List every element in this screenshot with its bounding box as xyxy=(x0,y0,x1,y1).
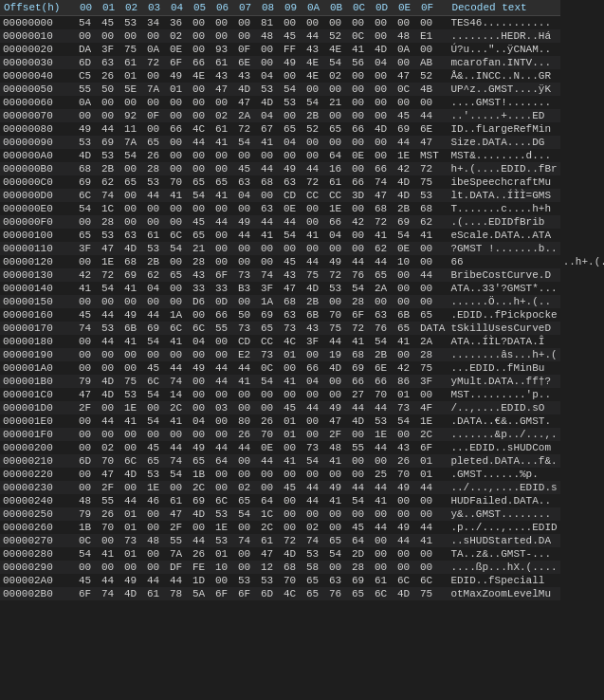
cell-hex[interactable]: 6B xyxy=(121,322,144,335)
cell-hex[interactable]: 58 xyxy=(303,561,326,574)
cell-hex[interactable]: 49 xyxy=(326,255,349,268)
cell-hex[interactable]: 1D xyxy=(190,574,212,587)
cell-hex[interactable]: 33 xyxy=(190,282,212,295)
cell-hex[interactable]: 26 xyxy=(190,547,212,561)
cell-hex[interactable]: 63 xyxy=(235,175,258,189)
cell-hex[interactable]: 6C xyxy=(212,494,235,507)
cell-hex[interactable]: 61 xyxy=(258,534,281,547)
cell-hex[interactable]: 53 xyxy=(281,96,303,109)
cell-hex[interactable]: 26 xyxy=(99,69,121,83)
cell-hex[interactable]: 44 xyxy=(99,414,121,428)
cell-hex[interactable]: 55 xyxy=(76,83,99,96)
cell-hex[interactable]: 69 xyxy=(349,574,372,587)
cell-hex[interactable]: 44 xyxy=(372,521,394,534)
cell-hex[interactable]: 74 xyxy=(258,268,281,282)
cell-hex[interactable]: 69 xyxy=(144,322,167,335)
cell-hex[interactable]: 00 xyxy=(235,16,258,30)
cell-hex[interactable]: 68 xyxy=(281,295,303,308)
cell-hex[interactable]: 00 xyxy=(235,468,258,481)
cell-hex[interactable]: 44 xyxy=(212,215,235,229)
cell-hex[interactable]: 6C xyxy=(76,189,99,202)
cell-hex[interactable]: 42 xyxy=(394,162,417,175)
cell-hex[interactable]: DF xyxy=(167,561,190,574)
cell-hex[interactable]: 72 xyxy=(99,268,121,282)
cell-hex[interactable]: 49 xyxy=(394,521,417,534)
cell-hex[interactable]: 44 xyxy=(303,162,326,175)
cell-hex[interactable]: 70 xyxy=(326,308,349,322)
cell-hex[interactable]: 00 xyxy=(190,43,212,56)
cell-hex[interactable]: 44 xyxy=(99,574,121,587)
cell-hex[interactable]: 00 xyxy=(349,16,372,30)
cell-hex[interactable]: 3F xyxy=(303,335,326,348)
cell-hex[interactable]: 44 xyxy=(258,162,281,175)
cell-hex[interactable]: 6D xyxy=(258,587,281,600)
cell-hex[interactable]: 00 xyxy=(372,534,394,547)
cell-hex[interactable]: 6E xyxy=(372,361,394,375)
cell-hex[interactable]: 02 xyxy=(326,69,349,83)
cell-hex[interactable]: 45 xyxy=(281,481,303,494)
cell-hex[interactable]: 01 xyxy=(417,468,448,481)
cell-hex[interactable]: 00 xyxy=(303,202,326,215)
cell-hex[interactable]: 70 xyxy=(99,521,121,534)
cell-hex[interactable]: 2B xyxy=(99,162,121,175)
cell-hex[interactable]: 7A xyxy=(167,547,190,561)
cell-hex[interactable]: 00 xyxy=(144,215,167,229)
cell-hex[interactable]: 41 xyxy=(167,189,190,202)
cell-hex[interactable]: 54 xyxy=(235,136,258,149)
cell-hex[interactable]: 54 xyxy=(76,16,99,30)
cell-hex[interactable]: 00 xyxy=(417,43,448,56)
cell-hex[interactable]: 53 xyxy=(144,468,167,481)
cell-hex[interactable]: 28 xyxy=(99,215,121,229)
cell-hex[interactable]: 00 xyxy=(349,468,372,481)
cell-hex[interactable]: 44 xyxy=(417,481,448,494)
cell-hex[interactable]: 00 xyxy=(190,348,212,361)
cell-hex[interactable]: 00 xyxy=(303,388,326,401)
cell-hex[interactable]: 45 xyxy=(190,215,212,229)
cell-hex[interactable]: 00 xyxy=(417,242,448,255)
cell-hex[interactable]: 00 xyxy=(235,295,258,308)
cell-hex[interactable]: 00 xyxy=(212,388,235,401)
cell-hex[interactable]: 10 xyxy=(212,561,235,574)
cell-hex[interactable]: 04 xyxy=(281,136,303,149)
cell-hex[interactable]: 68 xyxy=(417,202,448,215)
cell-hex[interactable]: 65 xyxy=(212,175,235,189)
cell-hex[interactable]: 00 xyxy=(349,242,372,255)
cell-hex[interactable]: 02 xyxy=(303,521,326,534)
cell-hex[interactable]: 45 xyxy=(76,574,99,587)
cell-hex[interactable]: 00 xyxy=(349,428,372,441)
cell-hex[interactable]: 44 xyxy=(303,401,326,414)
cell-hex[interactable]: 00 xyxy=(258,388,281,401)
cell-hex[interactable]: 47 xyxy=(326,414,349,428)
cell-hex[interactable]: 00 xyxy=(417,255,448,268)
cell-hex[interactable]: 74 xyxy=(167,454,190,468)
cell-hex[interactable]: 75 xyxy=(121,375,144,388)
cell-hex[interactable]: 00 xyxy=(212,242,235,255)
cell-hex[interactable]: 74 xyxy=(167,375,190,388)
cell-hex[interactable]: 00 xyxy=(167,136,190,149)
cell-hex[interactable]: 25 xyxy=(372,468,394,481)
cell-hex[interactable]: 75 xyxy=(326,322,349,335)
cell-hex[interactable]: 54 xyxy=(394,229,417,242)
cell-hex[interactable]: 00 xyxy=(372,149,394,162)
cell-hex[interactable]: 0F xyxy=(144,109,167,122)
cell-hex[interactable]: 1C xyxy=(258,507,281,521)
cell-hex[interactable]: 44 xyxy=(167,441,190,454)
cell-hex[interactable]: 2B xyxy=(303,109,326,122)
cell-hex[interactable]: 68 xyxy=(258,175,281,189)
cell-hex[interactable]: 00 xyxy=(167,96,190,109)
cell-hex[interactable]: 00 xyxy=(394,268,417,282)
cell-hex[interactable]: 44 xyxy=(190,136,212,149)
cell-hex[interactable]: 00 xyxy=(281,109,303,122)
cell-hex[interactable]: 64 xyxy=(326,149,349,162)
cell-hex[interactable]: 42 xyxy=(349,215,372,229)
cell-hex[interactable]: 00 xyxy=(394,428,417,441)
cell-hex[interactable]: 47 xyxy=(417,136,448,149)
cell-hex[interactable]: 6F xyxy=(349,308,372,322)
cell-hex[interactable]: 41 xyxy=(258,136,281,149)
cell-hex[interactable]: 53 xyxy=(99,229,121,242)
cell-hex[interactable]: 62 xyxy=(99,175,121,189)
cell-hex[interactable]: 01 xyxy=(212,547,235,561)
cell-hex[interactable]: 54 xyxy=(76,202,99,215)
cell-hex[interactable]: 47 xyxy=(99,242,121,255)
cell-hex[interactable]: 47 xyxy=(99,468,121,481)
